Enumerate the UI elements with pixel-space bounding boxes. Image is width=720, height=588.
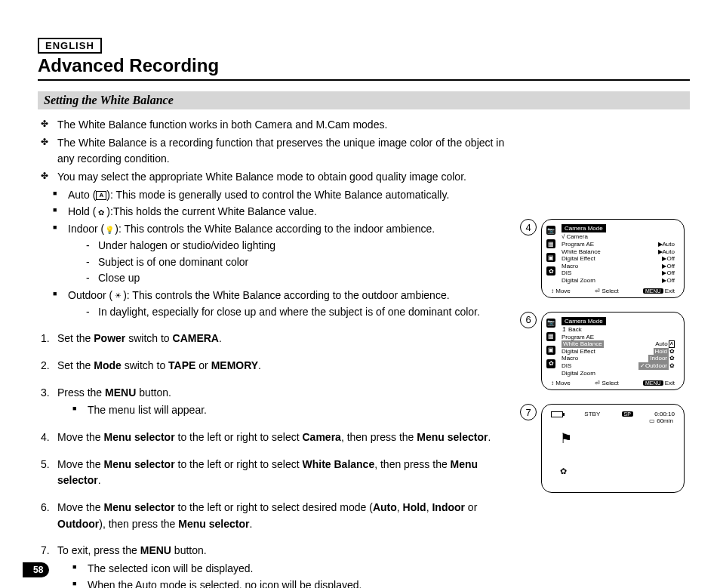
- language-label: ENGLISH: [38, 38, 102, 54]
- select-icon: ⏎: [595, 288, 600, 294]
- select-icon: ⏎: [595, 380, 600, 386]
- menu-badge: MENU: [643, 288, 663, 294]
- menu-row: White BalanceAuto A: [562, 340, 675, 348]
- figure-number: 6: [520, 312, 537, 328]
- figure-6: 6 📷▦▣✿ Camera Mode ↥Back Program AEWhite…: [520, 312, 690, 391]
- remain-time: 60min: [657, 417, 673, 424]
- body-text: The White Balance function works in both…: [38, 117, 512, 588]
- step-5: 5. Move the Menu selector to the left or…: [57, 457, 512, 489]
- outdoor-icon: ☀: [112, 291, 123, 300]
- figure-number: 4: [520, 219, 537, 236]
- menu-row: Digital EffectHold ✿: [562, 348, 675, 356]
- mode-indoor: Indoor (💡): This controls the White Bala…: [68, 221, 512, 287]
- dash-item: Subject is of one dominant color: [98, 254, 512, 271]
- menu-row: MacroIndoor ✿: [562, 355, 675, 362]
- menu-row: Digital Zoom▶Off: [562, 277, 675, 285]
- screen-title: Camera Mode: [562, 317, 606, 325]
- flag-icon: ⚑: [560, 430, 572, 447]
- side-icons: 📷▦▣✿: [546, 319, 555, 368]
- step-6: 6. Move the Menu selector to the left or…: [57, 500, 512, 532]
- step-3: 3. Press the MENU button. The menu list …: [57, 385, 512, 419]
- dash-item: Close up: [98, 270, 512, 287]
- move-icon: ↕: [551, 380, 554, 386]
- outdoor-icon: ✿: [560, 466, 567, 476]
- page-title: Advanced Recording: [38, 55, 690, 81]
- timecode: 0:00:10: [654, 411, 675, 417]
- menu-row: White Balance▶Auto: [562, 248, 675, 256]
- step-4: 4. Move the Menu selector to the left or…: [57, 429, 512, 446]
- step-7: 7. To exit, press the MENU button. The s…: [57, 543, 512, 588]
- menu-row: Digital Zoom: [562, 370, 675, 377]
- menu-row: DIS▶Off: [562, 269, 675, 277]
- bullet: The White Balance function works in both…: [57, 117, 512, 134]
- mode-outdoor: Outdoor (☀): This controls the White Bal…: [68, 288, 512, 320]
- figure-4: 4 📷▦▣✿ Camera Mode √Camera Program AE▶Au…: [520, 219, 690, 298]
- menu-row: Macro▶Off: [562, 263, 675, 270]
- menu-row: Program AE: [562, 334, 675, 341]
- screen-title: Camera Mode: [562, 224, 606, 232]
- step-1: 1. Set the Power switch to CAMERA.: [57, 331, 512, 347]
- tape-icon: ▭: [649, 417, 655, 424]
- auto-icon: A: [96, 191, 106, 200]
- page-number: 58: [23, 562, 49, 577]
- battery-icon: [551, 411, 563, 417]
- menu-row: Digital Effect▶Off: [562, 255, 675, 263]
- mode-hold: Hold (✿):This holds the current White Ba…: [68, 204, 512, 220]
- stby-label: STBY: [584, 411, 600, 417]
- step-2: 2. Set the Mode switch to TAPE or MEMORY…: [57, 358, 512, 374]
- indoor-icon: 💡: [104, 225, 115, 234]
- figure-number: 7: [520, 404, 537, 420]
- sp-badge: SP: [622, 411, 633, 417]
- bullet: You may select the appropriate White Bal…: [57, 169, 512, 186]
- hold-icon: ✿: [96, 208, 106, 217]
- side-icons: 📷▦▣✿: [546, 226, 555, 276]
- dash-item: In daylight, especially for close up and…: [98, 304, 512, 321]
- dash-item: Under halogen or studio/video lighting: [98, 238, 512, 254]
- figure-7: 7 STBY SP 0:00:10 ▭ 60min ⚑ ✿: [520, 404, 690, 493]
- menu-badge: MENU: [643, 380, 663, 386]
- section-heading: Setting the White Balance: [38, 91, 690, 109]
- move-icon: ↕: [551, 288, 554, 294]
- menu-row: DIS✓Outdoor ✿: [562, 362, 675, 370]
- bullet: The White Balance is a recording functio…: [57, 135, 512, 168]
- mode-auto: Auto (A): This mode is generally used to…: [68, 187, 512, 204]
- menu-row: Program AE▶Auto: [562, 241, 675, 248]
